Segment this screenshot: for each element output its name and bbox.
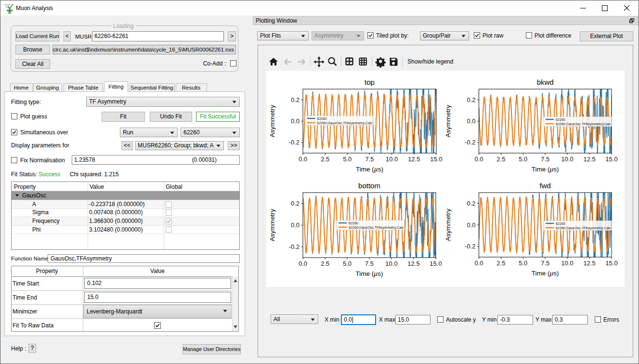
svg-text:0.2: 0.2	[467, 200, 475, 207]
svg-text:Time (µs): Time (µs)	[532, 166, 559, 173]
svg-text:0.2: 0.2	[467, 96, 475, 104]
svg-text:5.0: 5.0	[343, 156, 352, 163]
svg-text:0.0: 0.0	[299, 156, 307, 163]
svg-text:7.5: 7.5	[365, 260, 374, 267]
svg-text:5.0: 5.0	[519, 156, 527, 163]
svg-text:7.5: 7.5	[365, 156, 374, 163]
svg-text:12.5: 12.5	[407, 260, 419, 267]
svg-text:fwd: fwd	[540, 182, 551, 190]
svg-text:bottom: bottom	[358, 182, 380, 190]
svg-text:2.5: 2.5	[496, 156, 505, 163]
svg-text:Asymmetry: Asymmetry	[444, 208, 452, 241]
svg-text:15.0: 15.0	[430, 156, 442, 163]
svg-text:62260;GausOsc,TFAsymmetry;Calc: 62260;GausOsc,TFAsymmetry;Calc	[317, 121, 373, 125]
svg-text:62260;GausOsc,TFAsymmetry;Calc: 62260;GausOsc,TFAsymmetry;Calc	[556, 122, 611, 126]
svg-text:15.0: 15.0	[605, 156, 617, 163]
svg-text:0.0: 0.0	[474, 156, 483, 163]
svg-text:12.5: 12.5	[408, 156, 420, 163]
svg-text:62260: 62260	[556, 221, 565, 226]
svg-text:10.0: 10.0	[561, 260, 574, 267]
svg-text:62260;GausOsc,TFAsymmetry;Calc: 62260;GausOsc,TFAsymmetry;Calc	[349, 225, 404, 230]
svg-text:10.0: 10.0	[386, 156, 398, 163]
svg-text:0.2: 0.2	[291, 200, 300, 207]
svg-text:12.5: 12.5	[583, 156, 595, 163]
svg-text:10.0: 10.0	[385, 260, 397, 267]
svg-text:0.0: 0.0	[291, 117, 300, 125]
svg-text:0.0: 0.0	[299, 260, 307, 267]
svg-text:5.0: 5.0	[343, 260, 352, 267]
svg-text:-0.2: -0.2	[289, 243, 300, 250]
svg-text:62260;GausOsc,TFAsymmetry;Calc: 62260;GausOsc,TFAsymmetry;Calc	[556, 226, 611, 230]
svg-text:Time (µs): Time (µs)	[532, 270, 559, 277]
svg-text:0.0: 0.0	[474, 260, 483, 267]
svg-text:Asymmetry: Asymmetry	[444, 105, 452, 138]
svg-text:2.5: 2.5	[496, 260, 505, 267]
svg-text:5.0: 5.0	[519, 260, 527, 267]
svg-text:-0.2: -0.2	[465, 139, 475, 146]
svg-text:15.0: 15.0	[430, 260, 442, 267]
svg-text:Asymmetry: Asymmetry	[269, 209, 276, 242]
svg-text:7.5: 7.5	[541, 260, 549, 267]
svg-text:2.5: 2.5	[321, 260, 329, 267]
svg-text:10.0: 10.0	[561, 156, 574, 163]
svg-text:bkwd: bkwd	[537, 78, 554, 86]
svg-text:top: top	[365, 78, 375, 86]
svg-text:62260: 62260	[556, 117, 565, 122]
svg-text:0.0: 0.0	[291, 221, 300, 229]
svg-text:Asymmetry: Asymmetry	[269, 105, 276, 138]
svg-text:0.0: 0.0	[467, 117, 475, 125]
svg-text:15.0: 15.0	[605, 260, 617, 267]
svg-text:0.2: 0.2	[291, 96, 300, 104]
svg-text:12.5: 12.5	[583, 260, 595, 267]
svg-text:Time (µs): Time (µs)	[356, 166, 383, 173]
svg-text:62260: 62260	[317, 117, 327, 121]
svg-text:2.5: 2.5	[321, 156, 329, 163]
svg-text:-0.2: -0.2	[289, 139, 300, 146]
svg-text:0.0: 0.0	[467, 221, 475, 229]
svg-text:Time (µs): Time (µs)	[356, 270, 383, 277]
svg-text:-0.2: -0.2	[465, 243, 475, 250]
svg-text:62260: 62260	[349, 221, 358, 225]
svg-text:7.5: 7.5	[541, 156, 549, 163]
